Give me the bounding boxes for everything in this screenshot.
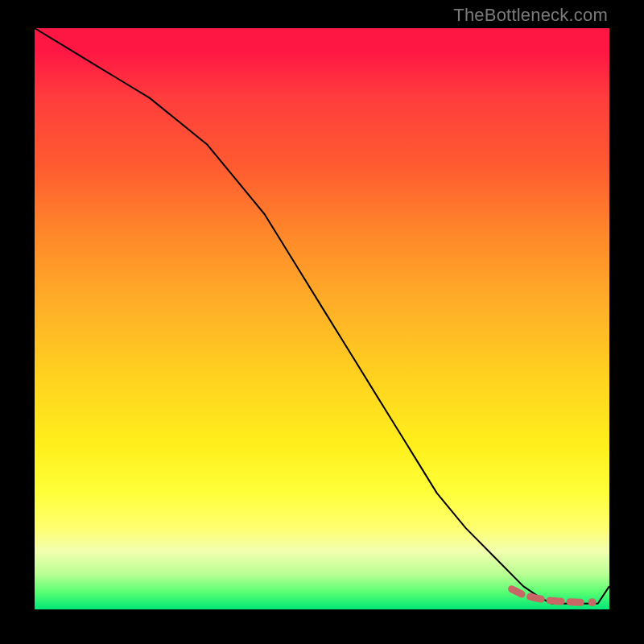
watermark-text: TheBottleneck.com [453,5,608,26]
plot-background-gradient [35,28,609,609]
chart-canvas: TheBottleneck.com [0,0,644,644]
